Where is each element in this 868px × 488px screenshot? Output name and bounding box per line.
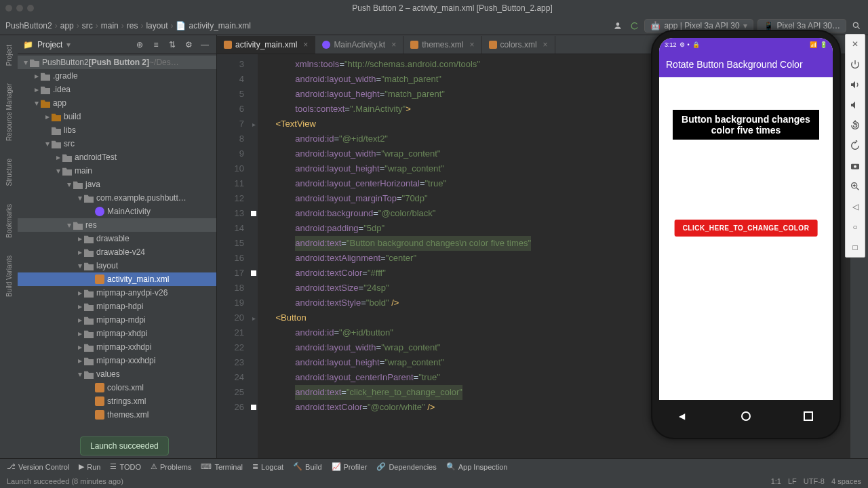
zoom-icon[interactable]	[848, 180, 862, 193]
tree-row[interactable]: ▸mipmap-anydpi-v26	[18, 286, 216, 300]
bottom-tool-run[interactable]: ▶Run	[79, 462, 100, 471]
tree-row[interactable]: ▸build	[18, 110, 216, 123]
rail-resource-manager[interactable]: Resource Manager	[5, 83, 13, 141]
emulator-toolbar[interactable]: ✕ ◁ ○ □	[845, 34, 865, 258]
bottom-tool-logcat[interactable]: ≣Logcat	[252, 462, 283, 471]
back-icon[interactable]: ◀	[679, 411, 688, 421]
tree-row[interactable]: ▾main	[18, 164, 216, 178]
change-color-button[interactable]: CLICK_HERE_TO_CHANGE_COLOR	[675, 220, 818, 237]
left-tool-rail[interactable]: Project Resource Manager Structure Bookm…	[0, 35, 18, 462]
project-panel: 📁 Project ▾ ⊕ ≡ ⇅ ⚙ — ▾PushButton2 [Push…	[18, 35, 217, 462]
chevron-down-icon[interactable]: ▾	[66, 40, 71, 49]
android-navbar[interactable]: ◀	[652, 404, 840, 428]
breadcrumb-seg[interactable]: src	[82, 21, 93, 30]
home-nav-icon[interactable]: ○	[848, 220, 862, 234]
battery-icon: 🔋	[820, 41, 827, 48]
bottom-tool-version-control[interactable]: ⎇Version Control	[7, 462, 69, 471]
user-icon[interactable]	[612, 20, 624, 32]
rotate-right-icon[interactable]	[848, 139, 862, 152]
tree-row[interactable]: ▾PushButton2 [Push Button 2] ~/Des…	[18, 56, 216, 69]
tree-row[interactable]: ▾values	[18, 367, 216, 381]
tree-row[interactable]: ▾layout	[18, 259, 216, 272]
tree-row[interactable]: ▾java	[18, 178, 216, 191]
sync-icon[interactable]	[628, 20, 640, 32]
volume-up-icon[interactable]	[848, 78, 862, 92]
locate-icon[interactable]: ⊕	[134, 39, 146, 51]
breadcrumb-seg[interactable]: layout	[146, 21, 167, 30]
rail-project[interactable]: Project	[5, 45, 13, 66]
hide-icon[interactable]: —	[199, 39, 211, 51]
tree-row[interactable]: ▸androidTest	[18, 150, 216, 164]
app-body: Button background changes color five tim…	[659, 77, 833, 400]
fold-column[interactable]: ▸▸	[250, 54, 258, 462]
power-icon[interactable]	[848, 58, 862, 71]
tree-row[interactable]: strings.xml	[18, 394, 216, 408]
bottom-tool-app-inspection[interactable]: 🔍App Inspection	[446, 462, 508, 471]
breadcrumb-seg[interactable]: app	[60, 21, 74, 30]
camera-icon[interactable]	[848, 159, 862, 173]
project-title: Project	[37, 40, 62, 49]
tree-row[interactable]: ▾res	[18, 218, 216, 232]
breadcrumb-seg[interactable]: res	[127, 21, 138, 30]
breadcrumb-seg[interactable]: main	[101, 21, 119, 30]
rotate-left-icon[interactable]	[848, 119, 862, 132]
project-tree[interactable]: ▾PushButton2 [Push Button 2] ~/Des…▸.gra…	[18, 54, 216, 462]
editor-tab[interactable]: MainActivity.kt×	[315, 36, 403, 54]
volume-down-icon[interactable]	[848, 98, 862, 112]
android-statusbar: 3:12 ⚙ • 🔒 📶 🔋	[659, 38, 833, 52]
tree-row[interactable]: ▸mipmap-mdpi	[18, 313, 216, 327]
tree-row[interactable]: ▸.idea	[18, 83, 216, 96]
window-controls[interactable]	[5, 5, 34, 12]
search-icon[interactable]	[850, 20, 863, 32]
bottom-tool-terminal[interactable]: ⌨Terminal	[201, 462, 243, 471]
line-gutter[interactable]: 3456789101112131415161718192021222324252…	[217, 54, 250, 462]
close-tab-icon[interactable]: ×	[391, 40, 396, 49]
expand-icon[interactable]: ≡	[150, 39, 162, 51]
editor-tab[interactable]: themes.xml×	[403, 36, 481, 54]
back-nav-icon[interactable]: ◁	[848, 200, 862, 214]
recents-icon[interactable]	[804, 411, 813, 421]
tree-row[interactable]: ▾com.example.pushbutt…	[18, 191, 216, 205]
close-tab-icon[interactable]: ×	[543, 40, 548, 49]
phone-icon: 📱	[764, 21, 774, 30]
tree-row[interactable]: ▸mipmap-xhdpi	[18, 327, 216, 340]
tree-row[interactable]: ▸drawable	[18, 232, 216, 245]
svg-point-1	[853, 22, 858, 27]
svg-point-3	[854, 165, 856, 168]
rail-structure[interactable]: Structure	[5, 159, 13, 186]
tree-row[interactable]: ▸mipmap-hdpi	[18, 300, 216, 313]
editor-tab[interactable]: activity_main.xml×	[217, 36, 315, 54]
breadcrumb[interactable]: PushButton2›app›src›main›res›layout›📄 ac…	[5, 21, 608, 30]
home-icon[interactable]	[741, 411, 751, 421]
tree-row[interactable]: ▸mipmap-xxxhdpi	[18, 354, 216, 367]
gear-icon[interactable]: ⚙	[182, 39, 195, 51]
bottom-toolbar[interactable]: ⎇Version Control▶Run☰TODO⚠Problems⌨Termi…	[0, 458, 868, 474]
bottom-tool-dependencies[interactable]: 🔗Dependencies	[376, 462, 436, 471]
tree-row[interactable]: colors.xml	[18, 381, 216, 394]
bottom-tool-build[interactable]: 🔨Build	[293, 462, 321, 471]
close-icon[interactable]: ✕	[848, 37, 862, 51]
editor-tab[interactable]: colors.xml×	[482, 36, 555, 54]
tree-row[interactable]: ▸.gradle	[18, 69, 216, 83]
code-text[interactable]: xmlns:tools="http://schemas.android.com/…	[258, 54, 531, 462]
breadcrumb-seg[interactable]: activity_main.xml	[189, 21, 250, 30]
emulator-screen[interactable]: 3:12 ⚙ • 🔒 📶 🔋 Rotate Button Background …	[659, 38, 833, 400]
bottom-tool-profiler[interactable]: 📈Profiler	[332, 462, 368, 471]
tree-row[interactable]: ▸mipmap-xxhdpi	[18, 340, 216, 354]
bottom-tool-problems[interactable]: ⚠Problems	[151, 462, 191, 471]
tree-row[interactable]: ▸drawable-v24	[18, 245, 216, 259]
tree-row[interactable]: ▾src	[18, 137, 216, 150]
bottom-tool-todo[interactable]: ☰TODO	[110, 462, 141, 471]
close-tab-icon[interactable]: ×	[470, 40, 475, 49]
rail-bookmarks[interactable]: Bookmarks	[5, 204, 13, 238]
tree-row[interactable]: ▾app	[18, 96, 216, 110]
tree-row[interactable]: libs	[18, 123, 216, 137]
rail-build-variants[interactable]: Build Variants	[5, 256, 13, 297]
tree-row[interactable]: themes.xml	[18, 408, 216, 422]
breadcrumb-seg[interactable]: PushButton2	[5, 21, 52, 30]
tree-row[interactable]: MainActivity	[18, 205, 216, 218]
tree-row[interactable]: activity_main.xml	[18, 272, 216, 286]
close-tab-icon[interactable]: ×	[303, 40, 308, 49]
collapse-icon[interactable]: ⇅	[166, 39, 178, 51]
overview-nav-icon[interactable]: □	[848, 241, 862, 254]
